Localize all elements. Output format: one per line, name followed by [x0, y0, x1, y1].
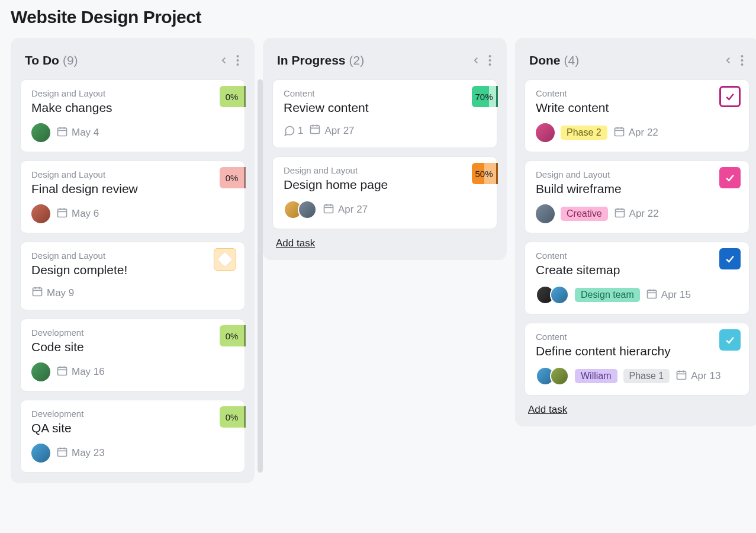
due-date[interactable]: Apr 15: [646, 288, 691, 303]
task-card[interactable]: 0% Design and Layout Final design review…: [20, 160, 245, 233]
task-card[interactable]: 0% Development QA site May 23: [20, 400, 245, 473]
calendar-icon: [56, 126, 68, 140]
column-header: Done (4): [515, 38, 756, 79]
column: To Do (9) 0% Design and Layout Make chan…: [11, 38, 255, 483]
due-date[interactable]: May 9: [31, 285, 74, 300]
svg-point-34: [741, 55, 744, 57]
column-count: (4): [564, 53, 580, 68]
svg-rect-7: [58, 209, 67, 217]
due-date[interactable]: May 6: [56, 207, 99, 221]
collapse-column-icon[interactable]: [467, 53, 485, 68]
task-category: Design and Layout: [31, 88, 234, 98]
task-title: Write content: [536, 101, 738, 115]
task-meta: May 23: [31, 444, 234, 463]
progress-badge: 50%: [472, 163, 498, 184]
column-title: To Do: [25, 53, 59, 68]
column-menu-icon[interactable]: [233, 52, 243, 69]
task-card[interactable]: Design and Layout Design complete! May 9: [20, 242, 245, 310]
task-title: Review content: [284, 101, 486, 115]
task-card[interactable]: Design and Layout Build wireframe Creati…: [525, 160, 749, 233]
task-card[interactable]: Content Define content hierarchy William…: [525, 323, 749, 396]
task-title: Create sitemap: [536, 263, 738, 277]
svg-rect-41: [615, 209, 624, 217]
page-title: Website Design Project: [11, 7, 745, 27]
task-meta: 1 Apr 27: [284, 123, 486, 138]
task-meta: Creative Apr 22: [536, 204, 738, 223]
calendar-icon: [56, 207, 68, 221]
calendar-icon: [309, 123, 321, 138]
task-title: Build wireframe: [536, 182, 738, 196]
avatar[interactable]: [31, 362, 50, 381]
task-meta: Phase 2 Apr 22: [536, 123, 738, 142]
add-task-button[interactable]: Add task: [276, 237, 315, 249]
avatar[interactable]: [536, 123, 555, 142]
calendar-icon: [56, 365, 68, 380]
task-title: Define content hierarchy: [536, 344, 738, 358]
svg-point-25: [489, 63, 491, 66]
column-menu-icon[interactable]: [737, 52, 747, 69]
done-check-badge: [719, 86, 741, 107]
avatar-stack[interactable]: [536, 367, 569, 386]
tag[interactable]: Design team: [575, 288, 640, 302]
column-menu-icon[interactable]: [485, 52, 495, 69]
due-date[interactable]: May 4: [56, 126, 99, 140]
task-title: Code site: [31, 340, 234, 354]
avatar[interactable]: [31, 444, 50, 463]
task-category: Design and Layout: [536, 169, 738, 179]
task-title: QA site: [31, 421, 234, 435]
task-card[interactable]: 0% Design and Layout Make changes May 4: [20, 79, 245, 152]
task-card[interactable]: 70% Content Review content 1 Apr 27: [272, 79, 497, 148]
progress-badge: 0%: [220, 86, 246, 107]
task-meta: May 16: [31, 362, 234, 381]
avatar-stack[interactable]: [536, 285, 569, 304]
tag[interactable]: Creative: [561, 207, 608, 221]
task-title: Make changes: [31, 101, 234, 115]
due-date[interactable]: Apr 13: [675, 369, 720, 384]
column: In Progress (2) 70% Content Review conte…: [263, 38, 507, 260]
add-task-button[interactable]: Add task: [528, 404, 567, 416]
svg-rect-11: [33, 288, 42, 296]
due-date[interactable]: May 16: [56, 365, 105, 380]
due-date[interactable]: Apr 22: [613, 126, 658, 140]
due-date[interactable]: May 23: [56, 446, 105, 461]
column-header: To Do (9): [11, 38, 255, 79]
progress-badge: 70%: [472, 86, 498, 107]
task-card[interactable]: 0% Development Code site May 16: [20, 319, 245, 391]
svg-rect-15: [58, 367, 67, 375]
task-category: Design and Layout: [284, 165, 486, 175]
task-meta: May 9: [31, 285, 234, 300]
progress-badge: 0%: [220, 325, 246, 346]
avatar[interactable]: [31, 204, 50, 223]
svg-rect-30: [324, 205, 333, 213]
avatar[interactable]: [536, 204, 555, 223]
tag[interactable]: William: [575, 369, 617, 383]
tag[interactable]: Phase 2: [561, 126, 607, 140]
avatar-stack[interactable]: [284, 200, 317, 219]
task-category: Development: [31, 409, 234, 419]
card-list: 0% Design and Layout Make changes May 4 …: [11, 79, 255, 473]
avatar[interactable]: [31, 123, 50, 142]
task-title: Design complete!: [31, 263, 234, 277]
card-list: Content Write content Phase 2 Apr 22 Des…: [515, 79, 756, 396]
comment-count[interactable]: 1: [284, 125, 303, 137]
collapse-column-icon[interactable]: [215, 53, 233, 68]
collapse-column-icon[interactable]: [719, 53, 737, 68]
task-meta: Design team Apr 15: [536, 285, 738, 304]
task-card[interactable]: Content Write content Phase 2 Apr 22: [525, 79, 749, 152]
milestone-badge: [214, 248, 236, 271]
task-title: Final design review: [31, 182, 234, 196]
task-category: Design and Layout: [31, 169, 234, 179]
avatar: [550, 367, 569, 386]
due-date[interactable]: Apr 22: [614, 207, 659, 221]
due-date[interactable]: Apr 27: [309, 123, 354, 138]
task-card[interactable]: Content Create sitemap Design team Apr 1…: [525, 242, 749, 314]
task-card[interactable]: 50% Design and Layout Design home page A…: [272, 156, 497, 229]
progress-badge: 0%: [220, 406, 246, 428]
svg-point-24: [489, 59, 491, 62]
svg-point-1: [237, 59, 239, 62]
svg-point-36: [741, 63, 744, 66]
task-category: Content: [536, 88, 738, 98]
tag[interactable]: Phase 1: [623, 369, 670, 383]
calendar-icon: [56, 446, 68, 461]
due-date[interactable]: Apr 27: [323, 203, 368, 217]
